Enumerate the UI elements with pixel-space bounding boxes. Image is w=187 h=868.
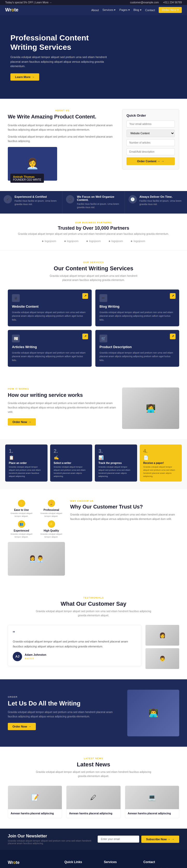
footer-address: 1 Hollywood Boulevard L.A. — [143, 867, 179, 868]
service-title-blog: Blog Writing — [100, 305, 175, 308]
how-left: HOW IT WORKS How our writing service wor… — [8, 388, 117, 426]
feature-desc-3: Facilisi risus facilisi et ipsum. Urna l… — [139, 199, 183, 206]
news-label: LATEST NEWS — [8, 757, 179, 760]
footer-col-contact: Contact 1 Hollywood Boulevard L.A. custo… — [143, 860, 179, 868]
about-image-wrap: 👩‍💼 Amirah Thomas FOUNDER CEO WRITE — [8, 147, 117, 181]
step-title-3: Track the progress — [99, 462, 133, 464]
cta-image: 👨‍💻 — [127, 690, 179, 736]
nav-contact[interactable]: Contact — [145, 8, 155, 12]
service-card-articles: ↗ 📰 Articles Writing Gravida volutpat al… — [8, 330, 92, 367]
steps-grid: 1. 📋 Place an order Gravida volutpat ali… — [5, 444, 182, 482]
service-title-product: Product Description — [100, 345, 175, 349]
nav-blog[interactable]: Blog ▾ — [133, 8, 141, 12]
footer-contact-title: Contact — [143, 860, 179, 864]
service-title-articles: Articles Writing — [12, 345, 87, 349]
trust-icon-3: 👥 — [18, 521, 25, 528]
footer-col-services: Services Website Content Blog Writing Ar… — [104, 860, 138, 868]
newsletter-button[interactable]: Subscribe Now → — [141, 836, 179, 843]
nav-links: About Services ▾ Pages ▾ Blog ▾ Contact … — [91, 7, 182, 13]
nav-pages[interactable]: Pages ▾ — [119, 8, 130, 12]
step-num-2: 2. — [54, 448, 89, 454]
testimonial-main-card: " Gravida volutpat aliquet tempor alique… — [8, 625, 141, 666]
step-title-2: Select a writer — [54, 462, 89, 464]
quote-icon: " — [13, 630, 136, 637]
trust-icon-1: ⚡ — [18, 500, 25, 507]
quick-order-type[interactable]: Website Content Blog Writing Articles Wr… — [127, 130, 175, 137]
news-title-2: Aenean haretra placerat adipiscing — [69, 812, 118, 815]
how-order-button[interactable]: Order Now — [8, 418, 36, 426]
service-icon-product: 🛒 — [100, 335, 107, 342]
features-row: ✓ Experienced & Certified Facilisi risus… — [0, 191, 187, 214]
news-img-3: 💻 — [125, 786, 179, 809]
trust-image: 👩‍💼👨‍💼 — [8, 542, 65, 576]
service-card-website: ↗ 🖥 Website Content Gravida volutpat ali… — [8, 289, 92, 326]
about-title: We Write Amazing Product Content. — [8, 113, 117, 120]
hero-cta-button[interactable]: Learn More — [10, 73, 39, 81]
hero-section: Professional Content Writing Services Gr… — [0, 15, 187, 99]
footer-services-links: Website Content Blog Writing Articles Wr… — [104, 867, 138, 868]
nav-about[interactable]: About — [91, 8, 99, 12]
author-avatar: AJ — [13, 652, 22, 661]
service-title-website: Website Content — [12, 305, 87, 308]
testimonial-img-2: 👨 — [145, 648, 179, 669]
partners-section: OUR BUSINESS PARTNERS Trusted by Over 10… — [0, 214, 187, 251]
topbar-promo: Today's special 5% OFF | Learn More → — [5, 1, 52, 4]
footer-services-title: Services — [104, 860, 138, 864]
newsletter-input[interactable] — [98, 836, 139, 843]
quick-order-quantity[interactable] — [127, 139, 175, 146]
trust-right: WHY CHOOSE US Why Our Customer Trust Us?… — [70, 500, 179, 576]
step-card-1: 1. 📋 Place an order Gravida volutpat ali… — [5, 444, 48, 482]
quick-order-email[interactable] — [127, 121, 175, 127]
trust-desc-1: Gravida volutpat aliquet tempor aliquet. — [8, 512, 35, 518]
newsletter-inner: Join Our Newsletter Gravida volutpat ali… — [8, 834, 179, 845]
testimonial-author: AJ Adam Johnston 8/4/2023 — [13, 652, 136, 661]
trust-title-2: Professional — [38, 508, 65, 512]
trust-title-3: Experienced — [8, 529, 35, 532]
trust-item-2: 🏆 Professional Gravida volutpat aliquet … — [38, 500, 65, 518]
trust-item-1: ⚡ Ease to Use Gravida volutpat aliquet t… — [8, 500, 35, 518]
step-desc-4: Gravida volutpat aliquet tempor aliquet … — [143, 465, 179, 478]
trust-section: ⚡ Ease to Use Gravida volutpat aliquet t… — [0, 489, 187, 586]
quick-order-button[interactable]: Order Content → — [127, 157, 175, 165]
step-card-3: 3. 📊 Track the progress Gravida volutpat… — [95, 444, 137, 482]
step-desc-2: Gravida volutpat aliquet tempor aliquet … — [54, 465, 89, 478]
trust-item-4: ⭐ High Quality Gravida volutpat aliquet … — [38, 521, 65, 538]
quick-order-title: Quick Order — [127, 114, 175, 117]
testimonial-quote: Gravida volutpat aliquet tempor aliquet … — [13, 639, 136, 649]
step-icon-3: 📊 — [99, 455, 133, 460]
about-p1: Gravida volutpat aliquet tempor aliquet … — [8, 123, 117, 132]
news-card-1[interactable]: 📝 Aenean haretra placerat adipiscing — [8, 785, 62, 818]
service-arrow-4: ↗ — [170, 334, 176, 339]
feature-item-3: 🕐 Always Deliver On Time. Facilisi risus… — [125, 191, 187, 214]
navbar: Wrote About Services ▾ Pages ▾ Blog ▾ Co… — [0, 5, 187, 15]
partner-logos: logojoom logojoom logojoom logojoom logo… — [5, 240, 182, 243]
about-p2: Gravida volutpat aliquet tempor aliquet … — [8, 134, 117, 143]
services-grid: ↗ 🖥 Website Content Gravida volutpat ali… — [8, 289, 179, 367]
feature-title-3: Always Deliver On Time. — [139, 195, 183, 198]
trust-icon-4: ⭐ — [48, 521, 55, 528]
footer-col-quicklinks: Quick Links Home Blog Writing Contact Ab… — [64, 860, 99, 868]
partner-1: logojoom — [42, 240, 56, 243]
step-num-1: 1. — [9, 448, 44, 454]
cta-section: ORDER Let Us Do All the Writing Gravida … — [0, 679, 187, 747]
nav-services[interactable]: Services ▾ — [102, 8, 115, 12]
news-card-2[interactable]: 🖊 Aenean haretra placerat adipiscing — [66, 785, 121, 818]
order-now-button[interactable]: Order Now ▾ — [159, 7, 182, 13]
footer-col-about: Wrote Gravida volutpat aliquet tempor al… — [8, 860, 59, 868]
cta-button[interactable]: Order Now — [8, 723, 36, 730]
quick-order-description[interactable] — [127, 148, 175, 155]
news-title-3: Aenean haretra placerat adipiscing — [128, 812, 176, 815]
trust-icon-2: 🏆 — [48, 500, 55, 507]
testimonial-side: 👩 👨 — [145, 625, 179, 669]
topbar-email: customer@example.com — [130, 1, 159, 4]
newsletter-form: Subscribe Now → — [98, 836, 179, 843]
news-card-3[interactable]: 💻 Aenean haretra placerat adipiscing — [125, 785, 179, 818]
how-title: How our writing service works — [8, 392, 117, 398]
trust-title-1: Ease to Use — [8, 508, 35, 512]
author-date: 8/4/2023 — [25, 657, 34, 660]
trust-desc-3: Gravida volutpat aliquet tempor aliquet. — [8, 533, 35, 538]
news-img-2: 🖊 — [66, 786, 120, 809]
service-desc-website: Gravida volutpat aliquet tempor aliquet … — [12, 310, 87, 322]
trust-reasons: ⚡ Ease to Use Gravida volutpat aliquet t… — [8, 500, 65, 538]
how-section: HOW IT WORKS How our writing service wor… — [0, 377, 187, 439]
